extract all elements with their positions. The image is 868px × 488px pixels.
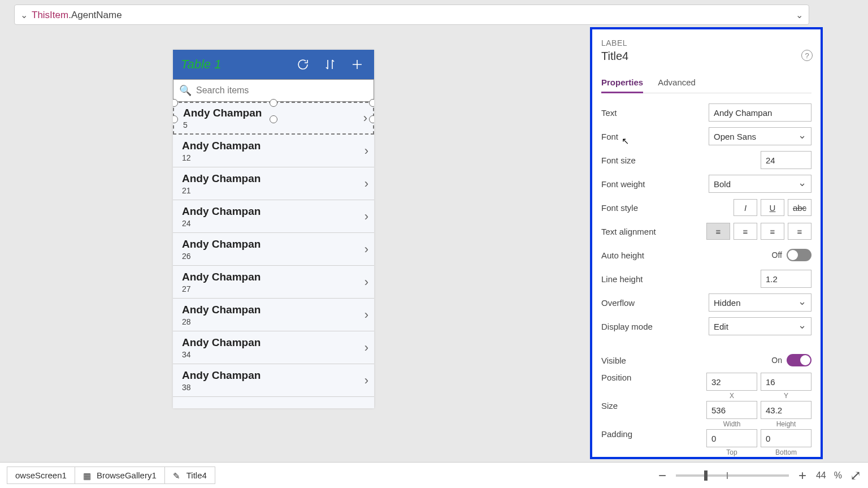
- resize-handle[interactable]: [173, 99, 178, 107]
- chevron-right-icon[interactable]: ›: [364, 242, 368, 257]
- label-lineheight: Line height: [601, 274, 761, 284]
- edit-icon: ✎: [173, 471, 182, 480]
- chevron-right-icon[interactable]: ›: [364, 275, 368, 290]
- properties-panel: LABEL Title4 ? Properties Advanced Text …: [590, 27, 823, 459]
- label-displaymode: Display mode: [601, 322, 709, 331]
- canvas-header: Table 1: [173, 50, 374, 79]
- row-name[interactable]: Andy Champan: [183, 107, 262, 119]
- input-height[interactable]: [761, 401, 811, 419]
- chevron-right-icon[interactable]: ›: [364, 373, 368, 388]
- control-type-label: LABEL: [601, 38, 811, 47]
- formula-thisitem: ThisItem: [32, 10, 68, 20]
- label-autoheight: Auto height: [601, 251, 709, 260]
- label-fontstyle: Font style: [601, 203, 734, 213]
- refresh-icon[interactable]: [294, 55, 312, 74]
- zoom-out-button[interactable]: −: [657, 468, 668, 483]
- control-name: Title4: [601, 50, 811, 63]
- select-font[interactable]: Open Sans: [709, 127, 811, 145]
- help-icon[interactable]: ?: [801, 50, 813, 61]
- zoom-pct: %: [834, 470, 842, 481]
- input-pad-bottom[interactable]: [761, 429, 811, 447]
- label-textalign: Text alignment: [601, 227, 706, 236]
- formula-bar[interactable]: ⌄ ThisItem.AgentName ⌄: [14, 5, 809, 25]
- label-overflow: Overflow: [601, 298, 709, 308]
- toggle-visible[interactable]: [787, 354, 811, 366]
- label-text: Text: [601, 108, 709, 118]
- select-overflow[interactable]: Hidden: [709, 293, 811, 312]
- label-fontsize: Font size: [601, 156, 761, 165]
- gallery-row-selected[interactable]: Andy Champan 5 ›: [173, 102, 374, 135]
- select-displaymode[interactable]: Edit: [709, 317, 811, 335]
- style-italic-button[interactable]: I: [734, 199, 757, 216]
- status-bar: owseScreen1 ▦BrowseGallery1 ✎Title4 − + …: [0, 462, 868, 488]
- select-fontweight[interactable]: Bold: [709, 175, 811, 193]
- tab-properties[interactable]: Properties: [601, 73, 643, 93]
- panel-tabs: Properties Advanced: [601, 73, 811, 93]
- formula-dropdown-icon[interactable]: ⌄: [20, 10, 32, 20]
- chevron-right-icon[interactable]: ›: [364, 406, 368, 409]
- style-strike-button[interactable]: abc: [788, 199, 811, 216]
- formula-expand-icon[interactable]: ⌄: [796, 10, 803, 20]
- app-canvas: Table 1 🔍 Andy Champan 5 › Andy Champan1…: [173, 50, 374, 408]
- gallery-row[interactable]: Andy Champan38›: [173, 364, 374, 397]
- sort-icon[interactable]: [321, 55, 339, 74]
- label-padding: Padding: [601, 429, 705, 439]
- chevron-right-icon[interactable]: ›: [364, 176, 368, 191]
- formula-prop: AgentName: [71, 10, 122, 20]
- align-center-button[interactable]: ≡: [734, 223, 757, 240]
- chevron-right-icon[interactable]: ›: [364, 144, 368, 158]
- table-title: Table 1: [181, 57, 285, 72]
- tab-advanced[interactable]: Advanced: [658, 73, 696, 93]
- label-fontweight: Font weight: [601, 179, 709, 189]
- row-sub: 5: [183, 120, 262, 129]
- breadcrumb-title[interactable]: ✎Title4: [164, 467, 215, 484]
- gallery-row[interactable]: Andy Champan21›: [173, 167, 374, 200]
- resize-handle[interactable]: [173, 115, 178, 123]
- input-text[interactable]: [709, 103, 811, 122]
- input-pos-x[interactable]: [706, 373, 757, 391]
- input-lineheight[interactable]: [761, 270, 811, 288]
- search-icon: 🔍: [179, 84, 192, 97]
- input-fontsize[interactable]: [761, 151, 811, 169]
- gallery-row[interactable]: Andy Champan27›: [173, 266, 374, 299]
- input-pad-top[interactable]: [706, 429, 757, 447]
- fit-screen-icon[interactable]: ⤢: [850, 468, 861, 483]
- align-justify-button[interactable]: ≡: [788, 223, 811, 240]
- toggle-autoheight[interactable]: [787, 249, 811, 261]
- resize-handle[interactable]: [369, 115, 374, 123]
- label-position: Position: [601, 373, 705, 382]
- align-left-button[interactable]: ≡: [706, 223, 730, 240]
- gallery-row[interactable]: Andy Champan26›: [173, 233, 374, 266]
- align-right-button[interactable]: ≡: [761, 223, 784, 240]
- resize-handle[interactable]: [270, 99, 277, 107]
- breadcrumb-gallery[interactable]: ▦BrowseGallery1: [75, 467, 165, 484]
- chevron-right-icon[interactable]: ›: [364, 340, 368, 355]
- chevron-right-icon[interactable]: ›: [364, 209, 368, 224]
- breadcrumb-screen[interactable]: owseScreen1: [7, 467, 75, 484]
- zoom-value: 44: [816, 470, 826, 481]
- label-size: Size: [601, 401, 705, 411]
- resize-handle[interactable]: [270, 115, 277, 123]
- input-width[interactable]: [706, 401, 757, 419]
- gallery-row[interactable]: Andy Champan24›: [173, 200, 374, 233]
- gallery-icon: ▦: [83, 471, 92, 480]
- zoom-in-button[interactable]: +: [797, 468, 808, 483]
- chevron-right-icon[interactable]: ›: [363, 111, 367, 126]
- zoom-slider[interactable]: [676, 474, 789, 477]
- search-input[interactable]: [196, 85, 368, 96]
- search-box[interactable]: 🔍: [173, 79, 374, 102]
- style-underline-button[interactable]: U: [761, 199, 784, 216]
- label-font: Font: [601, 132, 709, 141]
- resize-handle[interactable]: [369, 99, 374, 107]
- gallery-row[interactable]: Andy Champan›: [173, 397, 374, 408]
- chevron-right-icon[interactable]: ›: [364, 308, 368, 322]
- gallery-row[interactable]: Andy Champan12›: [173, 135, 374, 167]
- gallery-row[interactable]: Andy Champan34›: [173, 331, 374, 364]
- label-visible: Visible: [601, 356, 709, 365]
- input-pos-y[interactable]: [761, 373, 811, 391]
- add-icon[interactable]: [348, 55, 366, 74]
- gallery-row[interactable]: Andy Champan28›: [173, 299, 374, 331]
